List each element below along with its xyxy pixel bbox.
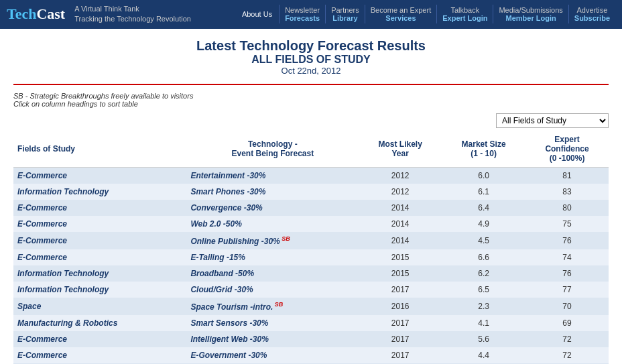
field-cell[interactable]: E-Commerce (13, 347, 186, 363)
col-header-year[interactable]: Most LikelyYear (359, 131, 442, 168)
page-date: Oct 22nd, 2012 (0, 66, 622, 76)
tech-cell[interactable]: Space Tourism -intro. SB (186, 298, 359, 315)
field-cell[interactable]: E-Commerce (13, 200, 186, 216)
confidence-cell: 81 (525, 167, 609, 184)
nav-member-login[interactable]: Media/Submissions Member Login (493, 5, 568, 23)
confidence-cell: 72 (525, 347, 609, 363)
tech-cell[interactable]: Web 2.0 -50% (186, 216, 359, 232)
market-cell: 6.0 (442, 167, 525, 184)
field-cell[interactable]: Manufacturing & Robotics (13, 315, 186, 331)
nav-advertise[interactable]: Advertise Subscribe (569, 5, 615, 23)
field-cell[interactable]: Information Technology (13, 184, 186, 200)
table-row: E-CommerceE-Government -30%20174.472 (13, 347, 609, 363)
page-title: Latest Technology Forecast Results (0, 38, 622, 54)
field-cell[interactable]: Information Technology (13, 265, 186, 282)
tech-cell[interactable]: Broadband -50% (186, 265, 359, 282)
logo[interactable]: TechCast (7, 5, 65, 23)
market-cell: 4.5 (442, 232, 525, 249)
field-cell[interactable]: Information Technology (13, 282, 186, 298)
nav-services[interactable]: Become an Expert Services (365, 5, 438, 23)
year-cell: 2014 (359, 200, 442, 216)
tech-cell[interactable]: Smart Sensors -30% (186, 315, 359, 331)
tech-cell[interactable]: Online Publishing -30% SB (186, 232, 359, 249)
market-cell: 4.1 (442, 315, 525, 331)
table-row: SpaceSpace Tourism -intro. SB20162.370 (13, 298, 609, 315)
field-cell[interactable]: E-Commerce (13, 232, 186, 249)
market-cell: 6.6 (442, 249, 525, 265)
confidence-cell: 69 (525, 315, 609, 331)
year-cell: 2012 (359, 184, 442, 200)
year-cell: 2017 (359, 315, 442, 331)
year-cell: 2017 (359, 347, 442, 363)
col-header-tech[interactable]: Technology -Event Being Forecast (186, 131, 359, 168)
title-section: Latest Technology Forecast Results ALL F… (0, 29, 622, 80)
year-cell: 2014 (359, 232, 442, 249)
table-row: Information TechnologyCloud/Grid -30%201… (13, 282, 609, 298)
year-cell: 2012 (359, 167, 442, 184)
tech-cell[interactable]: Entertainment -30% (186, 167, 359, 184)
page-subtitle: ALL FIELDS OF STUDY (0, 54, 622, 66)
confidence-cell: 83 (525, 184, 609, 200)
market-cell: 4.4 (442, 347, 525, 363)
divider (13, 84, 609, 85)
year-cell: 2014 (359, 216, 442, 232)
table-row: E-CommerceWeb 2.0 -50%20144.975 (13, 216, 609, 232)
col-header-confidence[interactable]: ExpertConfidence(0 -100%) (525, 131, 609, 168)
confidence-cell: 80 (525, 200, 609, 216)
confidence-cell: 76 (525, 265, 609, 282)
header: TechCast A Virtual Think Tank Tracking t… (0, 0, 622, 29)
market-cell: 6.4 (442, 200, 525, 216)
field-cell[interactable]: E-Commerce (13, 331, 186, 347)
table-container: Fields of Study Technology -Event Being … (0, 131, 622, 364)
tech-cell[interactable]: E-Government -30% (186, 347, 359, 363)
confidence-cell: 75 (525, 216, 609, 232)
confidence-cell: 72 (525, 331, 609, 347)
table-row: Manufacturing & RoboticsSmart Sensors -3… (13, 315, 609, 331)
table-row: E-CommerceE-Tailing -15%20156.674 (13, 249, 609, 265)
year-cell: 2016 (359, 298, 442, 315)
table-row: E-CommerceConvergence -30%20146.480 (13, 200, 609, 216)
info-text: SB - Strategic Breakthroughs freely avai… (0, 89, 622, 111)
col-header-market[interactable]: Market Size(1 - 10) (442, 131, 525, 168)
year-cell: 2015 (359, 265, 442, 282)
table-header-row: Fields of Study Technology -Event Being … (13, 131, 609, 168)
nav: About Us Newsletter Forecasts Partners L… (235, 5, 615, 23)
confidence-cell: 77 (525, 282, 609, 298)
forecast-table: Fields of Study Technology -Event Being … (13, 131, 609, 364)
filter-row: All Fields of Study E-Commerce Informati… (0, 111, 622, 131)
nav-forecasts[interactable]: Newsletter Forecasts (279, 5, 326, 23)
tech-cell[interactable]: Cloud/Grid -30% (186, 282, 359, 298)
market-cell: 5.6 (442, 331, 525, 347)
market-cell: 6.5 (442, 282, 525, 298)
tagline: A Virtual Think Tank Tracking the Techno… (74, 4, 191, 25)
field-cell[interactable]: E-Commerce (13, 249, 186, 265)
confidence-cell: 76 (525, 232, 609, 249)
market-cell: 2.3 (442, 298, 525, 315)
col-header-field[interactable]: Fields of Study (13, 131, 186, 168)
tech-cell[interactable]: Smart Phones -30% (186, 184, 359, 200)
year-cell: 2017 (359, 331, 442, 347)
table-row: E-CommerceIntelligent Web -30%20175.672 (13, 331, 609, 347)
nav-expert-login[interactable]: Talkback Expert Login (437, 5, 493, 23)
year-cell: 2015 (359, 249, 442, 265)
tech-cell[interactable]: Convergence -30% (186, 200, 359, 216)
market-cell: 4.9 (442, 216, 525, 232)
confidence-cell: 74 (525, 249, 609, 265)
nav-about[interactable]: About Us (235, 5, 279, 23)
field-filter-select[interactable]: All Fields of Study E-Commerce Informati… (496, 113, 609, 128)
tech-cell[interactable]: E-Tailing -15% (186, 249, 359, 265)
market-cell: 6.2 (442, 265, 525, 282)
market-cell: 6.1 (442, 184, 525, 200)
table-row: Information TechnologyBroadband -50%2015… (13, 265, 609, 282)
table-row: Information TechnologySmart Phones -30%2… (13, 184, 609, 200)
tech-cell[interactable]: Intelligent Web -30% (186, 331, 359, 347)
nav-library[interactable]: Partners Library (326, 5, 365, 23)
field-cell[interactable]: Space (13, 298, 186, 315)
table-row: E-CommerceEntertainment -30%20126.081 (13, 167, 609, 184)
year-cell: 2017 (359, 282, 442, 298)
field-cell[interactable]: E-Commerce (13, 167, 186, 184)
field-cell[interactable]: E-Commerce (13, 216, 186, 232)
confidence-cell: 70 (525, 298, 609, 315)
table-row: E-CommerceOnline Publishing -30% SB20144… (13, 232, 609, 249)
